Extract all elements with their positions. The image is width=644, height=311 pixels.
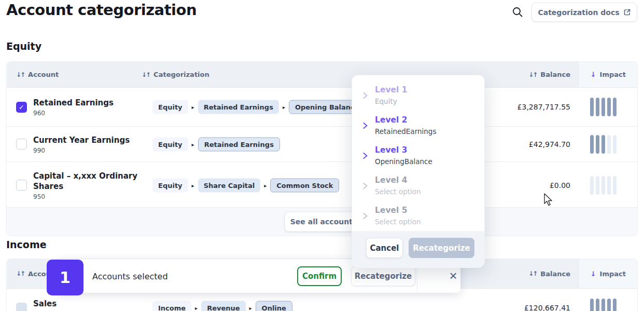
chevron-right-icon xyxy=(362,212,368,220)
impact-bar xyxy=(613,98,617,116)
column-header-impact[interactable]: ↓ Impact xyxy=(591,62,626,87)
popover-footer: Cancel Recategorize xyxy=(352,231,484,268)
account-code: 950 xyxy=(33,193,142,200)
impact-meter xyxy=(579,176,628,195)
level-value: OpeningBalance xyxy=(375,157,432,166)
column-header-label: Impact xyxy=(600,270,626,278)
row-checkbox[interactable]: ✓ xyxy=(16,102,27,113)
tag-separator-icon: ▸ xyxy=(192,104,194,110)
chevron-right-icon xyxy=(362,182,368,190)
section-title-income: Income xyxy=(6,239,47,250)
categorization-docs-button[interactable]: Categorization docs xyxy=(531,3,637,22)
see-all-accounts-button[interactable]: See all accounts xyxy=(285,212,362,232)
category-tag[interactable]: Equity xyxy=(152,178,188,192)
category-tag[interactable]: Retained Earnings xyxy=(198,100,279,114)
account-code: 960 xyxy=(33,110,142,117)
sort-icon: ↓↑ xyxy=(16,71,24,78)
category-tag[interactable]: Equity xyxy=(152,137,188,151)
page-title: Account categorization xyxy=(6,1,197,19)
categorization-tags: Income ▸ Revenue ▸ Online xyxy=(152,301,292,311)
level-4-option: Level 4 Select option xyxy=(362,175,421,196)
balance-value: £3,287,717.55 xyxy=(517,103,570,111)
category-tag[interactable]: Revenue xyxy=(201,301,245,311)
chevron-right-icon xyxy=(362,152,368,159)
column-header-account[interactable]: ↓↑ Account xyxy=(16,62,59,87)
sort-descending-icon: ↓ xyxy=(591,270,596,278)
category-tag[interactable]: Income xyxy=(152,301,191,311)
sort-descending-icon: ↓ xyxy=(591,71,596,78)
categorization-tags: Equity ▸ Retained Earnings xyxy=(152,137,280,151)
column-header-balance[interactable]: ↓↑ Balance xyxy=(528,62,570,87)
table-row-current-year-earnings: ✓ Current Year Earnings 990 Equity ▸ Ret… xyxy=(7,126,637,161)
account-code: 990 xyxy=(33,146,142,154)
account-categorization-page: Account categorization Categorization do… xyxy=(0,0,644,311)
category-tag[interactable]: Share Capital xyxy=(198,178,261,192)
recategorize-submit-button[interactable]: Recategorize xyxy=(409,238,474,258)
column-header-label: Impact xyxy=(600,71,626,78)
sort-icon: ↓↑ xyxy=(528,270,537,277)
account-name: Sales xyxy=(33,299,142,309)
search-icon[interactable] xyxy=(511,6,524,19)
category-tag[interactable]: Online xyxy=(256,301,292,311)
impact-bar xyxy=(596,98,599,116)
equity-table: ↓↑ Account ↓↑ Categorization ↓↑ Balance … xyxy=(6,61,638,236)
category-tag[interactable]: Retained Earnings xyxy=(198,137,280,151)
sort-icon: ↓↑ xyxy=(528,71,537,78)
level-label: Level 3 xyxy=(375,145,432,155)
account-cell: Retained Earnings 960 xyxy=(33,98,142,117)
account-cell: Current Year Earnings 990 xyxy=(33,134,142,154)
account-name: Retained Earnings xyxy=(33,98,142,108)
tag-separator-icon: ▸ xyxy=(283,104,285,110)
impact-meter xyxy=(579,299,628,311)
tag-separator-icon: ▸ xyxy=(192,182,194,188)
tag-separator-icon: ▸ xyxy=(195,305,198,311)
level-1-option: Level 1 Equity xyxy=(362,85,408,106)
equity-table-footer: See all accounts xyxy=(7,207,637,236)
row-checkbox[interactable]: ✓ xyxy=(16,180,27,191)
column-header-impact[interactable]: ↓ Impact xyxy=(591,259,626,288)
level-3-option[interactable]: Level 3 OpeningBalance xyxy=(362,145,432,166)
level-value: Select option xyxy=(375,187,421,196)
category-tag[interactable]: Equity xyxy=(152,100,188,114)
external-link-icon xyxy=(623,8,631,16)
impact-bar xyxy=(613,135,617,154)
impact-bar xyxy=(607,98,611,116)
balance-value: £120,667.41 xyxy=(524,304,570,311)
recategorize-button[interactable]: Recategorize xyxy=(351,266,415,286)
level-label: Level 5 xyxy=(375,205,421,215)
account-name: Current Year Earnings xyxy=(33,134,142,145)
column-header-balance[interactable]: ↓↑ Balance xyxy=(528,259,570,288)
category-tag[interactable]: Common Stock xyxy=(270,178,339,192)
level-value: Equity xyxy=(375,97,408,106)
column-header-label: Balance xyxy=(540,270,570,278)
check-icon: ✓ xyxy=(19,103,24,111)
level-label: Level 1 xyxy=(375,85,408,95)
docs-button-label: Categorization docs xyxy=(538,8,619,17)
impact-bar xyxy=(601,176,605,195)
level-value: Select option xyxy=(375,217,421,226)
categorization-tags: Equity ▸ Share Capital ▸ Common Stock xyxy=(152,178,339,192)
level-2-option[interactable]: Level 2 RetainedEarnings xyxy=(362,115,436,136)
impact-bar xyxy=(590,299,594,311)
level-option-text: Level 5 Select option xyxy=(375,205,421,226)
row-checkbox[interactable]: ✓ xyxy=(16,303,27,311)
impact-bar xyxy=(607,135,611,154)
impact-meter xyxy=(579,98,628,116)
impact-bar xyxy=(590,135,594,154)
balance-value: £42,974.70 xyxy=(529,140,570,148)
recategorize-popover: Level 1 Equity Level 2 RetainedEarnings … xyxy=(352,75,485,267)
level-option-text: Level 1 Equity xyxy=(375,85,408,106)
impact-bar xyxy=(613,299,617,311)
column-header-label: Categorization xyxy=(153,71,209,78)
level-option-text: Level 2 RetainedEarnings xyxy=(375,115,436,136)
row-checkbox[interactable]: ✓ xyxy=(16,139,27,150)
accounts-selected-label: Accounts selected xyxy=(92,271,168,281)
cancel-button[interactable]: Cancel xyxy=(366,238,403,258)
column-header-categorization[interactable]: ↓↑ Categorization xyxy=(142,62,209,87)
impact-bar xyxy=(613,176,617,195)
sort-icon: ↓↑ xyxy=(16,270,24,277)
search-icon-glyph xyxy=(512,6,523,18)
confirm-button[interactable]: Confirm xyxy=(297,266,342,286)
tag-separator-icon: ▸ xyxy=(264,182,267,188)
impact-bar xyxy=(601,135,605,154)
